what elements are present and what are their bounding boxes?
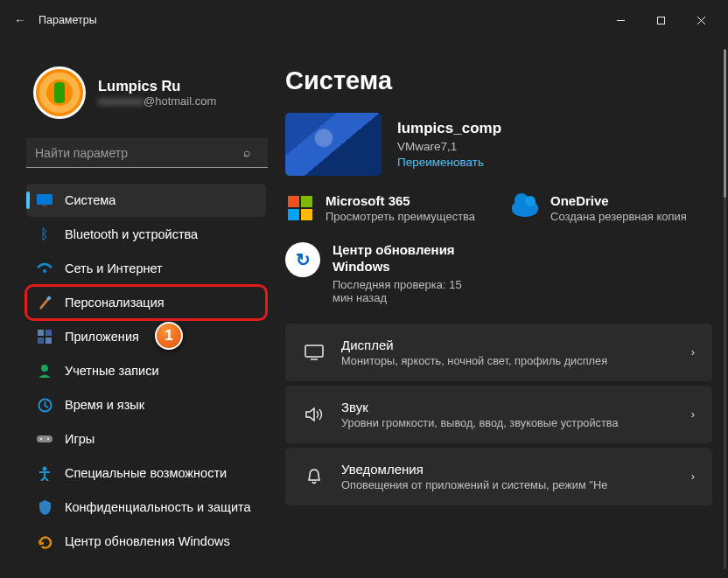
scrollbar[interactable] bbox=[724, 49, 726, 569]
sidebar-item-label: Приложения bbox=[65, 330, 139, 344]
page-title: Система bbox=[285, 66, 716, 95]
refresh-icon: ↻ bbox=[285, 242, 320, 277]
svg-rect-4 bbox=[37, 194, 52, 205]
sidebar-item-label: Учетные записи bbox=[65, 364, 159, 378]
promo-sub: Создана резервная копия bbox=[550, 210, 687, 223]
sidebar-item-bluetooth[interactable]: ᛒ Bluetooth и устройства bbox=[26, 218, 266, 251]
svg-rect-10 bbox=[38, 338, 44, 344]
svg-rect-8 bbox=[38, 330, 44, 336]
svg-point-6 bbox=[43, 269, 46, 273]
sidebar-item-label: Игры bbox=[65, 432, 94, 446]
microsoft-logo-icon bbox=[285, 193, 315, 223]
pc-name: lumpics_comp bbox=[397, 120, 501, 137]
avatar bbox=[33, 66, 86, 119]
speaker-icon bbox=[303, 407, 326, 422]
setting-sub: Уровни громкости, вывод, ввод, звуковые … bbox=[341, 416, 676, 429]
sidebar-item-label: Персонализация bbox=[65, 296, 164, 310]
window-title: Параметры bbox=[38, 14, 97, 26]
svg-rect-11 bbox=[46, 338, 52, 344]
onedrive-cloud-icon bbox=[510, 193, 540, 223]
sidebar-item-time-language[interactable]: Время и язык bbox=[26, 388, 266, 421]
setting-display[interactable]: ДисплейМониторы, яркость, ночной свет, п… bbox=[285, 324, 712, 381]
sidebar-item-label: Конфиденциальность и защита bbox=[65, 500, 251, 514]
search-input[interactable] bbox=[26, 138, 268, 168]
sidebar-item-network[interactable]: Сеть и Интернет bbox=[26, 252, 266, 285]
bell-icon bbox=[303, 468, 326, 485]
globe-clock-icon bbox=[37, 397, 52, 413]
minimize-button[interactable] bbox=[600, 3, 640, 38]
wifi-icon bbox=[37, 261, 52, 276]
setting-title: Дисплей bbox=[341, 338, 676, 352]
pc-model: VMware7,1 bbox=[397, 140, 501, 153]
setting-title: Звук bbox=[341, 400, 676, 414]
svg-rect-9 bbox=[46, 330, 52, 336]
setting-title: Уведомления bbox=[341, 462, 676, 477]
search-icon: ⌕ bbox=[243, 145, 250, 159]
svg-rect-18 bbox=[305, 345, 323, 357]
titlebar: ← Параметры bbox=[0, 0, 728, 40]
profile-block[interactable]: Lumpics Ru xxxxxxxx@hotmail.com bbox=[26, 40, 266, 135]
sidebar-item-personalization[interactable]: Персонализация bbox=[26, 286, 266, 319]
chevron-right-icon: › bbox=[691, 407, 695, 421]
main-content: Система lumpics_comp VMware7,1 Переимено… bbox=[273, 40, 728, 578]
setting-notifications[interactable]: УведомленияОповещения от приложений и си… bbox=[285, 448, 712, 505]
sidebar-item-system[interactable]: Система bbox=[26, 184, 266, 217]
display-icon bbox=[37, 192, 52, 208]
apps-icon bbox=[37, 329, 52, 345]
setting-sound[interactable]: ЗвукУровни громкости, вывод, ввод, звуко… bbox=[285, 386, 712, 443]
bluetooth-icon: ᛒ bbox=[37, 226, 52, 242]
promo-title: OneDrive bbox=[550, 193, 687, 208]
accessibility-icon bbox=[37, 465, 52, 481]
sidebar-item-label: Специальные возможности bbox=[65, 466, 227, 480]
windows-update-block[interactable]: ↻ Центр обновления Windows Последняя про… bbox=[285, 242, 716, 304]
chevron-right-icon: › bbox=[691, 345, 695, 359]
svg-rect-1 bbox=[657, 17, 664, 24]
sidebar-item-accounts[interactable]: Учетные записи bbox=[26, 354, 266, 387]
profile-name: Lumpics Ru bbox=[98, 78, 216, 94]
svg-rect-14 bbox=[37, 435, 52, 442]
svg-point-17 bbox=[43, 466, 47, 470]
svg-point-16 bbox=[47, 438, 49, 440]
sidebar-item-apps[interactable]: Приложения bbox=[26, 320, 266, 353]
sidebar-item-accessibility[interactable]: Специальные возможности bbox=[26, 456, 266, 490]
promo-sub: Просмотреть преимущества bbox=[326, 210, 475, 223]
sidebar-item-privacy[interactable]: Конфиденциальность и защита bbox=[26, 491, 266, 524]
monitor-icon bbox=[303, 345, 326, 360]
sidebar-item-label: Время и язык bbox=[65, 398, 144, 412]
desktop-thumbnail bbox=[285, 113, 382, 176]
setting-sub: Мониторы, яркость, ночной свет, профиль … bbox=[341, 354, 676, 367]
gamepad-icon bbox=[37, 431, 52, 447]
back-button[interactable]: ← bbox=[7, 13, 33, 27]
setting-sub: Оповещения от приложений и системы, режи… bbox=[341, 478, 676, 491]
update-sub: Последняя проверка: 15 мин назад bbox=[332, 278, 481, 304]
step-badge: 1 bbox=[155, 322, 183, 350]
chevron-right-icon: › bbox=[691, 470, 695, 483]
sidebar-item-label: Сеть и Интернет bbox=[65, 261, 163, 275]
promo-onedrive[interactable]: OneDriveСоздана резервная копия bbox=[510, 193, 716, 223]
person-icon bbox=[37, 363, 52, 379]
svg-point-15 bbox=[40, 438, 42, 440]
close-button[interactable] bbox=[681, 3, 721, 38]
profile-email: xxxxxxxx@hotmail.com bbox=[98, 94, 216, 108]
maximize-button[interactable] bbox=[640, 3, 681, 38]
rename-link[interactable]: Переименовать bbox=[397, 156, 501, 169]
device-hero: lumpics_comp VMware7,1 Переименовать bbox=[285, 113, 716, 176]
sidebar-item-label: Центр обновления Windows bbox=[65, 534, 230, 548]
sidebar-item-windows-update[interactable]: Центр обновления Windows bbox=[26, 525, 266, 558]
update-title: Центр обновления Windows bbox=[332, 242, 481, 275]
svg-point-12 bbox=[41, 365, 48, 372]
sidebar-item-label: Bluetooth и устройства bbox=[65, 227, 198, 241]
promo-title: Microsoft 365 bbox=[326, 193, 475, 208]
sidebar-item-gaming[interactable]: Игры bbox=[26, 422, 266, 456]
sidebar-item-label: Система bbox=[65, 193, 116, 207]
svg-rect-5 bbox=[42, 205, 47, 206]
promo-microsoft-365[interactable]: Microsoft 365Просмотреть преимущества bbox=[285, 193, 491, 223]
shield-icon bbox=[37, 499, 52, 515]
update-icon bbox=[37, 533, 52, 549]
brush-icon bbox=[37, 295, 52, 310]
sidebar: Lumpics Ru xxxxxxxx@hotmail.com ⌕ Систем… bbox=[0, 40, 273, 578]
